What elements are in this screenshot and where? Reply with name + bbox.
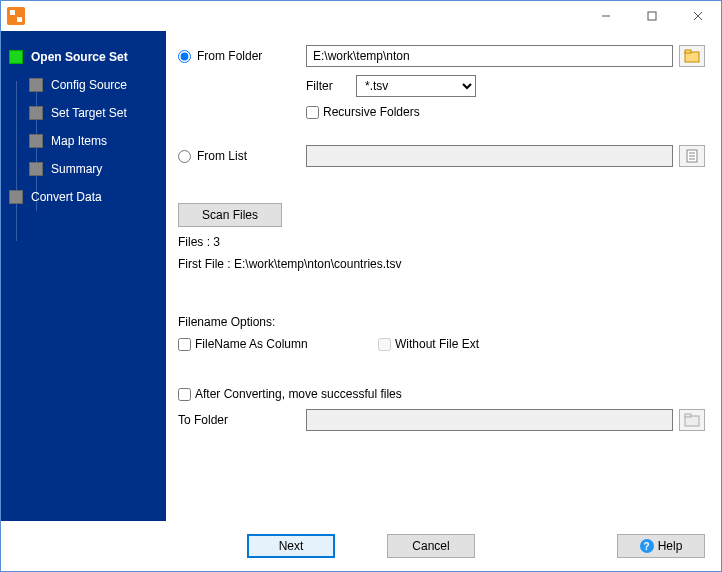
browse-folder-button[interactable] <box>679 45 705 67</box>
without-ext-checkbox <box>378 338 391 351</box>
from-folder-radio[interactable] <box>178 50 191 63</box>
from-folder-text: From Folder <box>197 49 262 63</box>
filename-as-column-checkbox[interactable] <box>178 338 191 351</box>
wizard-sidebar: Open Source Set Config Source Set Target… <box>1 31 166 521</box>
minimize-button[interactable] <box>583 1 629 31</box>
from-list-text: From List <box>197 149 247 163</box>
filter-select[interactable]: *.tsv <box>356 75 476 97</box>
recursive-checkbox-label[interactable]: Recursive Folders <box>306 105 420 119</box>
filter-label: Filter <box>306 79 356 93</box>
scan-files-button[interactable]: Scan Files <box>178 203 282 227</box>
recursive-checkbox[interactable] <box>306 106 319 119</box>
browse-to-folder-button[interactable] <box>679 409 705 431</box>
folder-icon <box>684 413 700 427</box>
step-status-icon <box>29 134 43 148</box>
after-convert-move-checkbox[interactable] <box>178 388 191 401</box>
sidebar-item-config-source[interactable]: Config Source <box>1 71 166 99</box>
svg-rect-5 <box>685 50 691 53</box>
maximize-button[interactable] <box>629 1 675 31</box>
sidebar-item-label: Config Source <box>51 78 127 92</box>
sidebar-item-label: Set Target Set <box>51 106 127 120</box>
main-panel: From Folder Filter *.tsv Recursive Folde… <box>166 31 721 521</box>
first-file-label: First File : E:\work\temp\nton\countries… <box>178 257 401 271</box>
files-count-label: Files : 3 <box>178 235 220 249</box>
after-convert-move-text: After Converting, move successful files <box>195 387 402 401</box>
without-ext-label: Without File Ext <box>378 337 479 351</box>
cancel-button[interactable]: Cancel <box>387 534 475 558</box>
titlebar <box>1 1 721 31</box>
filename-as-column-text: FileName As Column <box>195 337 308 351</box>
from-list-radio-label[interactable]: From List <box>178 149 306 163</box>
list-path-input <box>306 145 673 167</box>
without-ext-text: Without File Ext <box>395 337 479 351</box>
sidebar-item-set-target-set[interactable]: Set Target Set <box>1 99 166 127</box>
from-list-radio[interactable] <box>178 150 191 163</box>
sidebar-item-label: Summary <box>51 162 102 176</box>
sidebar-item-label: Map Items <box>51 134 107 148</box>
to-folder-input <box>306 409 673 431</box>
to-folder-label: To Folder <box>178 413 306 427</box>
step-status-icon <box>29 106 43 120</box>
step-status-icon <box>29 162 43 176</box>
recursive-text: Recursive Folders <box>323 105 420 119</box>
filename-options-heading: Filename Options: <box>178 315 275 329</box>
app-icon <box>7 7 25 25</box>
help-icon: ? <box>640 539 654 553</box>
sidebar-item-map-items[interactable]: Map Items <box>1 127 166 155</box>
step-status-icon <box>9 190 23 204</box>
folder-path-input[interactable] <box>306 45 673 67</box>
help-button[interactable]: ? Help <box>617 534 705 558</box>
sidebar-item-label: Convert Data <box>31 190 102 204</box>
app-window: Open Source Set Config Source Set Target… <box>0 0 722 572</box>
next-button[interactable]: Next <box>247 534 335 558</box>
after-convert-move-label[interactable]: After Converting, move successful files <box>178 387 402 401</box>
svg-rect-1 <box>648 12 656 20</box>
filename-as-column-label[interactable]: FileName As Column <box>178 337 378 351</box>
folder-icon <box>684 49 700 63</box>
svg-rect-11 <box>685 414 691 417</box>
file-icon <box>685 149 699 163</box>
footer: Next Cancel ? Help <box>1 521 721 571</box>
step-status-icon <box>9 50 23 64</box>
browse-list-button[interactable] <box>679 145 705 167</box>
step-status-icon <box>29 78 43 92</box>
sidebar-item-convert-data[interactable]: Convert Data <box>1 183 166 211</box>
sidebar-item-summary[interactable]: Summary <box>1 155 166 183</box>
sidebar-item-open-source-set[interactable]: Open Source Set <box>1 43 166 71</box>
close-button[interactable] <box>675 1 721 31</box>
sidebar-item-label: Open Source Set <box>31 50 128 64</box>
from-folder-radio-label[interactable]: From Folder <box>178 49 306 63</box>
client-area: Open Source Set Config Source Set Target… <box>1 31 721 521</box>
